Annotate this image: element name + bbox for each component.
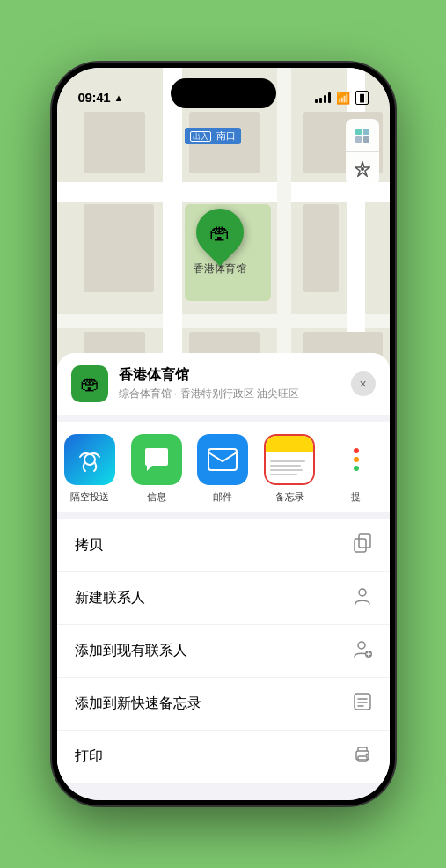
app-item-mail[interactable]: 邮件 [190,434,257,504]
location-button[interactable] [346,152,379,186]
bottom-sheet: 🏟 香港体育馆 综合体育馆 · 香港特别行政区 油尖旺区 × [57,353,390,800]
svg-rect-0 [355,129,362,135]
map-type-button[interactable] [346,119,379,152]
signal-icon [315,92,331,103]
venue-avatar: 🏟 [71,365,108,402]
notes-icon [264,434,315,485]
print-label: 打印 [75,747,103,766]
action-new-contact[interactable]: 新建联系人 [57,572,390,625]
svg-rect-7 [359,534,370,548]
venue-subtitle: 综合体育馆 · 香港特别行政区 油尖旺区 [119,386,340,401]
map-entrance-label: 出入 南口 [185,128,241,144]
notes-top [266,436,313,452]
notes-label: 备忘录 [275,490,304,504]
svg-point-20 [365,754,368,756]
apps-row: 隔空投送 信息 [57,422,390,512]
phone-screen: 09:41 ▲ 📶 ▮ [57,68,390,800]
app-item-notes[interactable]: 备忘录 [256,434,323,504]
messages-icon [131,434,182,485]
more-dot-green [354,466,359,471]
svg-rect-8 [355,539,366,552]
svg-rect-1 [363,129,369,135]
airdrop-label: 隔空投送 [70,490,109,504]
svg-rect-19 [358,756,367,761]
add-notes-label: 添加到新快速备忘录 [75,695,201,713]
app-item-more[interactable]: 提 [323,434,390,504]
new-contact-label: 新建联系人 [75,589,145,607]
venue-text: 香港体育馆 综合体育馆 · 香港特别行政区 油尖旺区 [119,366,340,401]
venue-info-bar: 🏟 香港体育馆 综合体育馆 · 香港特别行政区 油尖旺区 × [57,353,390,415]
copy-icon [353,533,372,557]
battery-icon: ▮ [355,91,369,105]
phone-frame: 09:41 ▲ 📶 ▮ [52,63,395,805]
person-icon [353,586,372,610]
close-button[interactable]: × [351,371,376,396]
copy-label: 拷贝 [75,536,103,555]
action-add-notes[interactable]: 添加到新快速备忘录 [57,678,390,731]
messages-label: 信息 [147,490,166,504]
status-icons: 📶 ▮ [315,91,369,105]
mail-label: 邮件 [213,490,232,504]
status-time: 09:41 [78,90,111,105]
mail-icon [197,434,248,485]
svg-rect-6 [208,449,237,470]
map-controls [346,119,379,186]
more-label: 提 [351,490,361,504]
pin-icon: 🏟 [209,220,230,245]
svg-rect-14 [355,694,370,710]
action-list: 拷贝 新建联系人 [57,519,390,783]
app-item-airdrop[interactable]: 隔空投送 [57,434,124,504]
notes-action-icon [353,692,372,716]
add-existing-label: 添加到现有联系人 [75,642,187,660]
more-icon [331,434,382,485]
action-add-existing[interactable]: 添加到现有联系人 [57,625,390,678]
location-arrow-icon: ▲ [113,92,123,103]
svg-point-9 [359,589,366,596]
venue-name: 香港体育馆 [119,366,340,385]
entrance-badge: 出入 [190,131,211,142]
more-dots [354,448,359,471]
svg-rect-3 [363,136,369,143]
airdrop-icon [64,434,115,485]
svg-point-10 [358,642,365,649]
person-add-icon [353,639,372,663]
more-dot-red [354,448,359,453]
action-copy[interactable]: 拷贝 [57,519,390,572]
venue-pin[interactable]: 🏟 香港体育馆 [194,209,246,276]
dynamic-island [171,78,276,108]
svg-point-4 [361,167,364,171]
notes-bottom [266,452,313,483]
wifi-icon: 📶 [336,92,350,105]
print-icon [353,745,372,769]
svg-point-5 [84,454,95,465]
action-print[interactable]: 打印 [57,731,390,783]
app-item-messages[interactable]: 信息 [123,434,190,504]
pin-circle: 🏟 [186,199,252,266]
more-dot-orange [354,457,359,462]
svg-rect-2 [355,136,362,143]
